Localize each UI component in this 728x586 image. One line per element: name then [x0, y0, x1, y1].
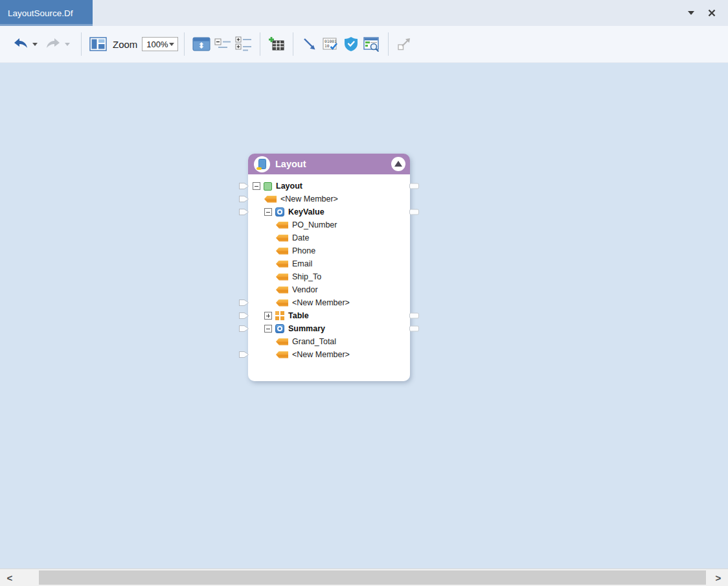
- window-list-dropdown-icon[interactable]: [688, 11, 694, 15]
- layout-node-header[interactable]: Layout: [248, 154, 410, 174]
- toolbar-separator: [293, 32, 293, 56]
- tree-row-new-member[interactable]: <New Member>: [248, 296, 410, 309]
- expand-all-button[interactable]: [233, 34, 254, 54]
- tab-title: LayoutSource.Df: [8, 8, 73, 18]
- resize-diagram-button[interactable]: [394, 34, 415, 54]
- row-label: KeyValue: [288, 207, 324, 217]
- minus-expander[interactable]: [264, 208, 272, 216]
- plus-expander[interactable]: [264, 312, 272, 320]
- connector-arrow-button[interactable]: [299, 34, 320, 54]
- left-port[interactable]: [239, 299, 249, 306]
- svg-text:10: 10: [324, 43, 330, 48]
- undo-dropdown-icon[interactable]: [32, 43, 38, 46]
- tag-icon: [276, 287, 288, 294]
- row-label: <New Member>: [292, 350, 350, 359]
- section-blue-icon: [275, 207, 284, 217]
- section-blue-icon: [275, 324, 284, 333]
- tab-layoutsource-df[interactable]: LayoutSource.Df: [0, 0, 93, 26]
- row-label: <New Member>: [292, 298, 350, 307]
- left-port[interactable]: [239, 325, 249, 332]
- layout-node-icon: [254, 156, 270, 172]
- preview-window-button[interactable]: [361, 34, 382, 54]
- tag-icon: [276, 274, 288, 281]
- panel-layout-icon: [89, 36, 107, 52]
- left-port[interactable]: [239, 196, 249, 202]
- table-orange-icon: [275, 311, 284, 320]
- preview-window-icon: [363, 36, 380, 52]
- tree-row-keyvalue[interactable]: KeyValue: [248, 205, 410, 218]
- tag-icon: [276, 338, 288, 346]
- zoom-dropdown-icon[interactable]: [169, 43, 174, 46]
- tree-row-new-member[interactable]: <New Member>: [248, 348, 410, 361]
- toolbar-separator: [81, 32, 82, 56]
- diagram-canvas[interactable]: Layout Layout<New Member>KeyValuePO_Numb…: [0, 63, 728, 568]
- panel-layout-button[interactable]: [87, 34, 109, 54]
- connector-arrow-icon: [301, 36, 318, 52]
- scrollbar-track[interactable]: [19, 569, 709, 586]
- tree-row-vendor[interactable]: Vendor: [248, 283, 410, 296]
- redo-icon: [45, 37, 62, 51]
- row-label: Grand_Total: [292, 337, 336, 346]
- tree-row-date[interactable]: Date: [248, 231, 410, 244]
- collapse-all-button[interactable]: [212, 34, 233, 54]
- tab-bar-controls: [688, 0, 728, 26]
- left-port[interactable]: [239, 351, 249, 358]
- right-port[interactable]: [409, 313, 419, 319]
- minus-expander[interactable]: [253, 182, 260, 190]
- undo-button[interactable]: [10, 35, 31, 53]
- zoom-value: 100%: [146, 40, 168, 49]
- redo-dropdown-icon[interactable]: [65, 43, 70, 46]
- scrollbar-thumb[interactable]: [39, 570, 706, 585]
- right-port[interactable]: [409, 326, 419, 332]
- scroll-right-button[interactable]: >: [709, 569, 728, 586]
- expand-all-icon: [235, 36, 252, 52]
- diagram-toolbar: Zoom 100%: [0, 26, 728, 63]
- left-port[interactable]: [239, 209, 249, 215]
- tag-icon: [276, 235, 288, 242]
- left-port[interactable]: [239, 183, 249, 189]
- horizontal-scrollbar[interactable]: < >: [0, 568, 728, 586]
- test-values-button[interactable]: 01001 10: [320, 34, 341, 54]
- fit-height-button[interactable]: [190, 34, 212, 54]
- close-icon[interactable]: [706, 7, 718, 19]
- row-label: Ship_To: [292, 272, 321, 281]
- tree-row-phone[interactable]: Phone: [248, 244, 410, 257]
- tree-row-email[interactable]: Email: [248, 257, 410, 270]
- tree-row-po-number[interactable]: PO_Number: [248, 218, 410, 231]
- node-title: Layout: [275, 159, 391, 169]
- row-label: <New Member>: [280, 194, 338, 204]
- tree-row-grand-total[interactable]: Grand_Total: [248, 335, 410, 348]
- document-tab-bar: LayoutSource.Df: [0, 0, 728, 26]
- toolbar-separator: [260, 32, 260, 56]
- scroll-left-button[interactable]: <: [0, 569, 19, 586]
- tree-row-layout[interactable]: Layout: [248, 180, 410, 193]
- resize-diagram-icon: [396, 36, 413, 52]
- redo-button[interactable]: [43, 35, 63, 53]
- right-port[interactable]: [409, 209, 419, 215]
- tag-icon: [276, 248, 288, 255]
- validate-shield-icon: [343, 36, 359, 52]
- minus-expander[interactable]: [264, 325, 272, 333]
- tree-row-ship-to[interactable]: Ship_To: [248, 270, 410, 283]
- collapse-node-button[interactable]: [391, 157, 405, 171]
- tag-icon: [276, 222, 288, 229]
- test-values-icon: 01001 10: [322, 36, 339, 52]
- row-label: PO_Number: [292, 220, 337, 229]
- left-port[interactable]: [239, 312, 249, 319]
- tree-row-new-member[interactable]: <New Member>: [248, 193, 410, 205]
- tree-row-table[interactable]: Table: [248, 309, 410, 322]
- toolbar-separator: [184, 32, 185, 56]
- tree-row-summary[interactable]: Summary: [248, 322, 410, 335]
- right-port[interactable]: [409, 183, 419, 189]
- row-label: Table: [288, 311, 309, 320]
- row-label: Layout: [276, 182, 302, 191]
- row-label: Phone: [292, 246, 315, 255]
- zoom-combo[interactable]: 100%: [142, 37, 178, 51]
- row-label: Email: [292, 259, 312, 268]
- group-green-icon: [264, 182, 272, 191]
- add-table-button[interactable]: [266, 34, 287, 54]
- row-label: Summary: [288, 324, 325, 333]
- validate-shield-button[interactable]: [341, 34, 361, 54]
- document-window: LayoutSource.Df Zoom: [0, 0, 728, 586]
- row-label: Vendor: [292, 285, 318, 294]
